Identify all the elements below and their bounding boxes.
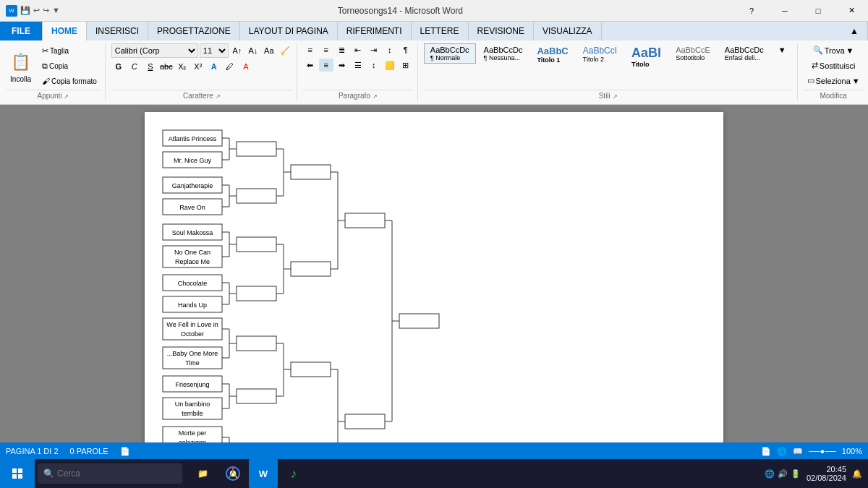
svg-rect-93 (12, 474, 17, 479)
ribbon-collapse[interactable]: ▲ (841, 22, 868, 40)
tab-revisione[interactable]: REVISIONE (469, 22, 534, 40)
incolla-button[interactable]: 📋 (6, 49, 35, 75)
quick-save[interactable]: 💾 (20, 6, 30, 15)
taskbar-search[interactable]: 🔍 (38, 463, 182, 484)
font-case-button[interactable]: Aa (262, 44, 276, 57)
tab-home[interactable]: HOME (43, 22, 87, 40)
bold-button[interactable]: G (111, 60, 126, 73)
start-button[interactable] (0, 459, 35, 488)
tab-riferimenti[interactable]: RIFERIMENTI (338, 22, 412, 40)
song-6-line1: No One Can (174, 249, 210, 256)
sort-button[interactable]: ↕ (383, 43, 397, 56)
font-name-select[interactable]: Calibri (Corp (111, 43, 198, 58)
ribbon: FILE HOME INSERISCI PROGETTAZIONE LAYOUT… (0, 22, 868, 105)
volume-icon: 🔊 (778, 469, 788, 479)
taskbar-right: 🌐 🔊 🔋 20:45 02/08/2024 🔔 (765, 465, 868, 482)
carattere-content: Calibri (Corp 11 A↑ A↓ Aa 🧹 G C S abc X₂… (111, 43, 292, 88)
borders-button[interactable]: ⊞ (399, 59, 413, 72)
word-count: 0 PAROLE (70, 447, 109, 455)
tab-inserisci[interactable]: INSERISCI (87, 22, 148, 40)
style-titolo2[interactable]: AaBbCcI Titolo 2 (576, 43, 624, 65)
svg-rect-92 (18, 468, 22, 473)
taskbar-spotify[interactable]: ♪ (279, 459, 308, 488)
date: 02/08/2024 (807, 474, 846, 482)
quick-customize[interactable]: ▼ (52, 6, 60, 15)
justify-button[interactable]: ☰ (351, 59, 365, 72)
title-left: W 💾 ↩ ↪ ▼ (0, 5, 66, 17)
close-button[interactable]: ✕ (835, 0, 868, 22)
copia-button[interactable]: ⧉ Copia (38, 59, 101, 73)
ribbon-content: 📋 Incolla ✂ Taglia ⧉ Copia 🖌 Copia forma… (0, 40, 868, 104)
minimize-button[interactable]: ─ (768, 0, 801, 22)
numbering-button[interactable]: ≡ (319, 43, 333, 56)
svg-rect-34 (237, 286, 276, 301)
song-12-line1: Un bambino (175, 401, 210, 408)
increase-indent-button[interactable]: ⇥ (367, 43, 381, 56)
maximize-button[interactable]: □ (801, 0, 835, 22)
view-read[interactable]: 📖 (793, 447, 803, 456)
trova-button[interactable]: 🔍 Trova ▼ (809, 43, 858, 57)
sostituisci-button[interactable]: ⇄ Sostituisci (808, 59, 859, 72)
quick-redo[interactable]: ↪ (43, 6, 49, 15)
font-grow-button[interactable]: A↑ (230, 44, 244, 57)
song-4: Rave On (179, 204, 205, 211)
taskbar-word[interactable]: W (249, 459, 278, 488)
help-button[interactable]: ? (735, 0, 768, 22)
font-color-button[interactable]: A (239, 60, 253, 73)
highlight-button[interactable]: 🖊 (223, 60, 237, 73)
bracket-container: Atlantis Princess Mr. Nice Guy Ganjather… (159, 127, 709, 442)
font-row-2: G C S abc X₂ X² A 🖊 A (111, 60, 253, 73)
appunti-label: Appunti ↗ (6, 90, 101, 101)
superscript-button[interactable]: X² (191, 60, 205, 73)
underline-button[interactable]: S (143, 60, 158, 73)
italic-button[interactable]: C (127, 60, 142, 73)
style-normale[interactable]: AaBbCcDc ¶ Normale (424, 43, 476, 64)
style-titolo[interactable]: AaBl Titolo (625, 43, 668, 70)
multilevel-button[interactable]: ≣ (335, 43, 349, 56)
zoom-slider[interactable]: ──●── (809, 447, 836, 455)
text-effect-button[interactable]: A (207, 60, 221, 73)
statusbar: PAGINA 1 DI 2 0 PAROLE 📄 📄 🌐 📖 ──●── 100… (0, 442, 868, 460)
taskbar-chrome[interactable] (218, 459, 247, 488)
view-web[interactable]: 🌐 (777, 447, 787, 456)
style-enfasi[interactable]: AaBbCcDc Enfasi deli... (718, 43, 770, 64)
tab-file[interactable]: FILE (0, 22, 43, 40)
svg-rect-24 (237, 189, 276, 203)
shading-button[interactable]: 🟨 (383, 59, 397, 72)
ribbon-group-paragrafo: ≡ ≡ ≣ ⇤ ⇥ ↕ ¶ ⬅ ≡ ➡ ☰ ↕ 🟨 ⊞ P (299, 43, 418, 101)
tab-lettere[interactable]: LETTERE (412, 22, 469, 40)
align-right-button[interactable]: ➡ (335, 59, 349, 72)
font-shrink-button[interactable]: A↓ (246, 44, 260, 57)
taglia-button[interactable]: ✂ Taglia (38, 44, 101, 58)
strikethrough-button[interactable]: abc (159, 60, 174, 73)
bullets-button[interactable]: ≡ (303, 43, 318, 56)
clear-format-button[interactable]: 🧹 (278, 44, 292, 57)
notifications-icon[interactable]: 🔔 (852, 469, 862, 479)
font-size-select[interactable]: 11 (200, 43, 229, 58)
tab-visualizza[interactable]: VISUALIZZA (534, 22, 602, 40)
style-titolo1[interactable]: AaBbC Titolo 1 (530, 43, 574, 66)
window-controls: ? ─ □ ✕ (735, 0, 868, 22)
search-input[interactable] (57, 468, 173, 479)
style-sottotitolo[interactable]: AaBbCcE Sottotitolo (669, 43, 717, 64)
tab-progettazione[interactable]: PROGETTAZIONE (148, 22, 240, 40)
view-print[interactable]: 📄 (761, 447, 771, 456)
align-center-button[interactable]: ≡ (319, 59, 333, 72)
decrease-indent-button[interactable]: ⇤ (351, 43, 365, 56)
taskbar-explorer[interactable]: 📁 (188, 459, 217, 488)
song-1: Atlantis Princess (169, 135, 217, 142)
subscript-button[interactable]: X₂ (175, 60, 190, 73)
song-9-line2: October (181, 330, 204, 338)
line-spacing-button[interactable]: ↕ (367, 59, 381, 72)
copia-formato-button[interactable]: 🖌 Copia formato (38, 74, 101, 87)
quick-undo[interactable]: ↩ (33, 6, 40, 15)
taskbar: 🔍 📁 W ♪ 🌐 🔊 🔋 20:45 02/08/2024 🔔 (0, 459, 868, 488)
seleziona-button[interactable]: ▭ Seleziona ▼ (804, 74, 864, 87)
song-5: Soul Makossa (172, 229, 213, 236)
modifica-content: 🔍 Trova ▼ ⇄ Sostituisci ▭ Seleziona ▼ (804, 43, 864, 88)
align-left-button[interactable]: ⬅ (303, 59, 318, 72)
tab-layout[interactable]: LAYOUT DI PAGINA (240, 22, 338, 40)
show-marks-button[interactable]: ¶ (399, 43, 413, 56)
style-nessuna[interactable]: AaBbCcDc ¶ Nessuna... (477, 43, 529, 64)
style-expand[interactable]: ▼ (772, 43, 793, 56)
